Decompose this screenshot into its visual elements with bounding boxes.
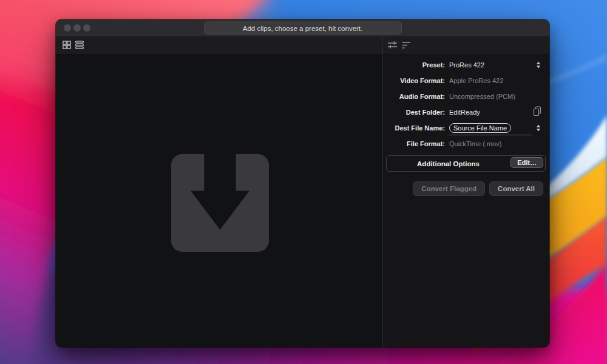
dest-folder-row: Dest Folder: EditReady: [383, 104, 549, 120]
file-name-stepper-icon[interactable]: [536, 124, 541, 132]
preset-row: Preset: ProRes 422: [383, 57, 549, 73]
dest-file-name-field[interactable]: Source File Name: [449, 123, 532, 135]
sort-view-button[interactable]: [402, 41, 411, 51]
inspector-pane: Preset: ProRes 422 Video Format: Apple P…: [382, 37, 549, 347]
preset-stepper-icon[interactable]: [536, 61, 541, 69]
additional-options-box: Additional Options Edit…: [386, 155, 546, 172]
minimize-button[interactable]: [73, 24, 81, 32]
editready-window: Add clips, choose a preset, hit convert.: [56, 19, 549, 347]
traffic-lights: [56, 24, 90, 32]
zoom-button[interactable]: [83, 24, 90, 32]
list-view-icon: [75, 41, 84, 51]
file-format-value: QuickTime (.mov): [449, 140, 501, 147]
dest-file-name-label: Dest File Name:: [383, 124, 449, 132]
settings-view-button[interactable]: [387, 41, 398, 51]
file-format-label: File Format:: [383, 140, 449, 147]
audio-format-label: Audio Format:: [383, 93, 449, 100]
grid-view-button[interactable]: [63, 41, 71, 51]
video-format-row: Video Format: Apple ProRes 422: [383, 73, 549, 89]
dest-folder-label: Dest Folder:: [383, 109, 449, 116]
audio-format-value: Uncompressed (PCM): [449, 93, 515, 100]
titlebar-message-text: Add clips, choose a preset, hit convert.: [243, 24, 363, 32]
convert-buttons-row: Convert Flagged Convert All: [383, 181, 549, 196]
preset-popup-value[interactable]: ProRes 422: [449, 61, 484, 69]
clip-drop-zone[interactable]: [56, 55, 382, 347]
sort-lines-icon: [402, 41, 411, 51]
clips-toolbar: [56, 37, 382, 55]
choose-folder-button[interactable]: [533, 106, 541, 118]
additional-options-label: Additional Options: [387, 160, 510, 167]
window-body: Preset: ProRes 422 Video Format: Apple P…: [56, 37, 549, 347]
edit-options-button[interactable]: Edit…: [510, 157, 543, 168]
close-button[interactable]: [64, 24, 71, 32]
grid-view-icon: [63, 41, 71, 51]
clips-pane: [56, 37, 382, 347]
document-copy-icon: [533, 106, 541, 118]
list-view-button[interactable]: [75, 41, 84, 51]
video-format-label: Video Format:: [383, 77, 449, 84]
source-file-name-token[interactable]: Source File Name: [449, 123, 511, 133]
convert-flagged-button[interactable]: Convert Flagged: [413, 181, 485, 196]
dest-file-name-row: Dest File Name: Source File Name: [383, 120, 549, 136]
inspector-toolbar: [383, 37, 549, 55]
preset-label: Preset:: [383, 61, 449, 69]
titlebar-message: Add clips, choose a preset, hit convert.: [204, 22, 402, 35]
conversion-settings: Preset: ProRes 422 Video Format: Apple P…: [383, 55, 549, 347]
filter-sliders-icon: [387, 41, 398, 51]
audio-format-row: Audio Format: Uncompressed (PCM): [383, 89, 549, 104]
drop-arrow-icon: [171, 154, 269, 254]
file-format-row: File Format: QuickTime (.mov): [383, 136, 549, 152]
titlebar: Add clips, choose a preset, hit convert.: [56, 19, 549, 37]
convert-all-button[interactable]: Convert All: [489, 181, 543, 196]
dest-folder-value[interactable]: EditReady: [449, 109, 480, 116]
video-format-value: Apple ProRes 422: [449, 77, 503, 84]
